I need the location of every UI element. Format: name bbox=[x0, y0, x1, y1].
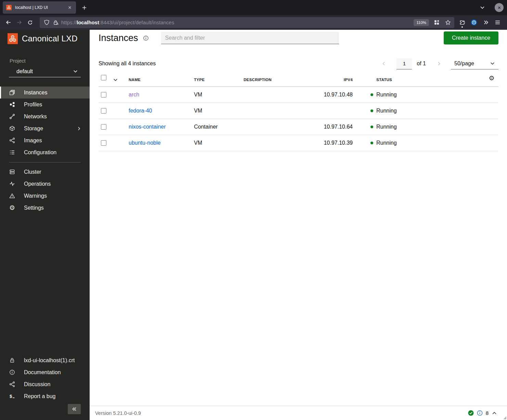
column-header-description[interactable]: DESCRIPTION bbox=[244, 73, 312, 87]
select-all-checkbox[interactable] bbox=[101, 75, 106, 80]
extensions-puzzle-icon[interactable] bbox=[459, 19, 465, 25]
row-checkbox[interactable] bbox=[101, 108, 106, 114]
lock-icon bbox=[9, 357, 15, 363]
browser-window: localhost | LXD UI bbox=[0, 0, 507, 420]
instance-status: Running bbox=[376, 140, 397, 146]
grid-arrow-icon[interactable] bbox=[434, 19, 440, 25]
sidebar-item-discussion[interactable]: Discussion bbox=[0, 378, 90, 390]
status-dot bbox=[370, 109, 373, 112]
column-settings-gear-icon[interactable]: ⚙ bbox=[485, 73, 498, 87]
row-checkbox[interactable] bbox=[101, 92, 106, 97]
sidebar-item-label: Warnings bbox=[24, 193, 81, 199]
sidebar-item-label: Documentation bbox=[24, 369, 81, 376]
sidebar-item-report-bug[interactable]: $ Report a bug bbox=[0, 390, 90, 402]
sidebar-item-label: lxd-ui-localhost(1).crt bbox=[24, 357, 81, 364]
forward-icon[interactable] bbox=[14, 17, 25, 28]
tab-close-icon[interactable] bbox=[66, 4, 73, 11]
instance-type: VM bbox=[194, 92, 244, 98]
sidebar-item-label: Operations bbox=[24, 181, 81, 187]
column-header-name[interactable]: NAME bbox=[122, 73, 194, 87]
new-tab-button[interactable] bbox=[80, 3, 88, 12]
info-circle-icon[interactable] bbox=[477, 410, 483, 416]
sidebar-collapse-button[interactable] bbox=[68, 404, 81, 414]
url-bar[interactable]: https://localhost:8443/ui/project/defaul… bbox=[40, 17, 454, 28]
sidebar-item-label: Profiles bbox=[24, 102, 81, 108]
url-scheme: https:// bbox=[61, 19, 77, 25]
sidebar-item-label: Configuration bbox=[24, 149, 81, 156]
table-row: fedora-40 VM Running bbox=[99, 103, 498, 119]
sidebar-item-images[interactable]: Images bbox=[0, 134, 90, 146]
browser-tab[interactable]: localhost | LXD UI bbox=[3, 1, 76, 14]
operations-icon bbox=[9, 181, 15, 187]
instance-status: Running bbox=[376, 124, 397, 130]
reload-icon[interactable] bbox=[25, 17, 36, 28]
window-close-button[interactable] bbox=[495, 3, 504, 12]
chevron-right-icon[interactable] bbox=[77, 126, 81, 131]
instance-link[interactable]: fedora-40 bbox=[129, 108, 152, 114]
instance-link[interactable]: nixos-container bbox=[129, 124, 166, 130]
svg-text:$: $ bbox=[10, 394, 12, 399]
table-header-row: NAME TYPE DESCRIPTION IPV4 STATUS ⚙ bbox=[99, 73, 498, 87]
previous-page-icon[interactable] bbox=[380, 60, 387, 67]
column-header-status[interactable]: STATUS bbox=[353, 73, 485, 87]
shield-icon[interactable] bbox=[44, 19, 50, 25]
column-header-ipv4[interactable]: IPV4 bbox=[312, 73, 353, 87]
sidebar-item-instances[interactable]: Instances bbox=[0, 87, 90, 99]
url-host: localhost bbox=[77, 19, 99, 25]
lock-warning-icon[interactable] bbox=[53, 20, 58, 25]
search-input[interactable] bbox=[161, 32, 339, 44]
window-resize-grip[interactable] bbox=[503, 416, 506, 419]
sidebar-item-storage[interactable]: Storage bbox=[0, 122, 90, 134]
row-checkbox[interactable] bbox=[101, 124, 106, 130]
sidebar-item-warnings[interactable]: Warnings bbox=[0, 190, 90, 202]
networks-icon bbox=[9, 114, 15, 119]
sidebar-item-settings[interactable]: ⚙ Settings bbox=[0, 202, 90, 214]
title-info-icon[interactable] bbox=[143, 35, 149, 41]
sidebar-item-label: Storage bbox=[24, 126, 77, 132]
share-icon bbox=[9, 381, 15, 387]
table-row: ubuntu-noble VM 10.97.10.39 Running bbox=[99, 135, 498, 151]
instance-link[interactable]: arch bbox=[129, 92, 139, 97]
zoom-level-badge[interactable]: 110% bbox=[414, 19, 429, 26]
column-header-type[interactable]: TYPE bbox=[194, 73, 244, 87]
brand-header: Canonical LXD bbox=[0, 30, 90, 47]
status-bar: Version 5.21.0-ui-0.9 8 bbox=[90, 406, 507, 420]
operations-count: 8 bbox=[486, 410, 489, 416]
row-checkbox[interactable] bbox=[101, 140, 106, 146]
main-content: Instances Create instance Showing all 4 … bbox=[90, 30, 507, 420]
chevron-up-icon[interactable] bbox=[492, 410, 497, 416]
sidebar-item-certificate[interactable]: lxd-ui-localhost(1).crt bbox=[0, 354, 90, 366]
sidebar-item-operations[interactable]: Operations bbox=[0, 178, 90, 190]
project-selected-value: default bbox=[16, 68, 73, 75]
results-summary: Showing all 4 instances bbox=[99, 61, 156, 67]
sidebar-item-documentation[interactable]: Documentation bbox=[0, 366, 90, 378]
sidebar-item-configuration[interactable]: Configuration bbox=[0, 146, 90, 158]
status-dot bbox=[370, 93, 373, 96]
project-selector[interactable]: default bbox=[9, 66, 81, 77]
menu-hamburger-icon[interactable] bbox=[495, 19, 500, 25]
browser-toolbar: https://localhost:8443/ui/project/defaul… bbox=[0, 15, 507, 30]
sidebar-item-profiles[interactable]: Profiles bbox=[0, 99, 90, 110]
project-label: Project bbox=[0, 58, 90, 64]
sidebar-item-networks[interactable]: Networks bbox=[0, 110, 90, 122]
instance-type: VM bbox=[194, 140, 244, 146]
page-number-input[interactable] bbox=[396, 58, 412, 69]
select-menu-chevron-icon[interactable] bbox=[108, 73, 122, 87]
overflow-chevrons-icon[interactable] bbox=[483, 19, 489, 25]
onepassword-icon[interactable] bbox=[471, 19, 477, 26]
sidebar-divider bbox=[9, 162, 81, 162]
page-title: Instances bbox=[99, 33, 138, 43]
instance-link[interactable]: ubuntu-noble bbox=[129, 140, 160, 146]
page-total-label: of 1 bbox=[417, 61, 426, 67]
tab-title: localhost | LXD UI bbox=[15, 5, 66, 10]
images-icon bbox=[9, 137, 15, 143]
extension-notification-dot bbox=[462, 26, 463, 28]
sidebar-item-cluster[interactable]: Cluster bbox=[0, 166, 90, 178]
page-size-select[interactable]: 50/page bbox=[451, 58, 498, 69]
bookmark-star-icon[interactable] bbox=[445, 19, 451, 25]
list-all-tabs-icon[interactable] bbox=[480, 5, 485, 10]
create-instance-button[interactable]: Create instance bbox=[444, 31, 498, 44]
back-icon[interactable] bbox=[3, 17, 14, 28]
next-page-icon[interactable] bbox=[436, 60, 442, 67]
chevron-down-icon bbox=[73, 69, 78, 74]
